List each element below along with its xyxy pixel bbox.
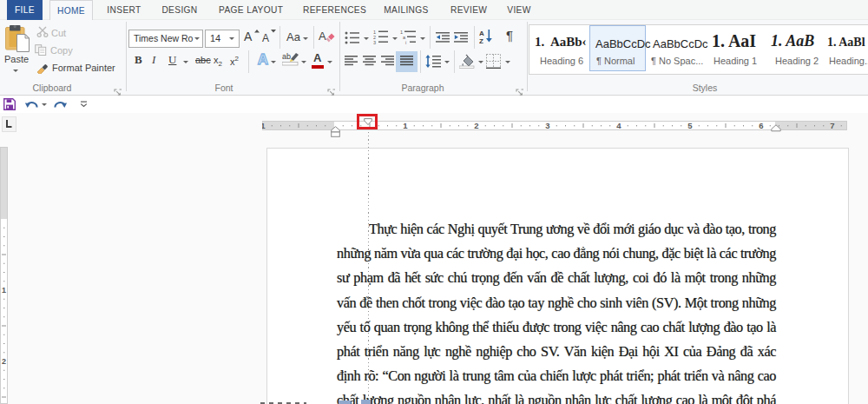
svg-text:1: 1 (2, 286, 6, 295)
svg-text:3: 3 (373, 40, 376, 44)
svg-text:1: 1 (403, 121, 408, 130)
svg-text:ab: ab (282, 52, 291, 61)
svg-text:7: 7 (830, 121, 834, 130)
svg-text:2: 2 (474, 121, 478, 130)
svg-text:A: A (258, 51, 268, 67)
svg-text:i: i (405, 40, 406, 44)
svg-text:3: 3 (545, 121, 549, 130)
svg-text:Z: Z (479, 37, 483, 43)
svg-text:4: 4 (616, 121, 621, 130)
svg-text:6: 6 (759, 121, 763, 130)
svg-text:A: A (479, 30, 484, 37)
svg-text:5: 5 (687, 121, 693, 130)
svg-text:2: 2 (2, 357, 6, 366)
